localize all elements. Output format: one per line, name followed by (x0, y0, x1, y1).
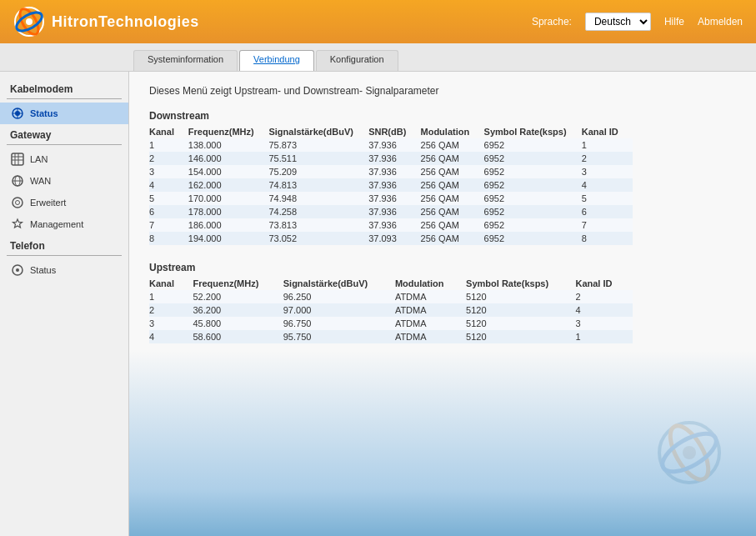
ds-col-kanal: Kanal (149, 125, 188, 138)
logo: HitronTechnologies (13, 6, 199, 38)
svg-point-16 (13, 198, 23, 208)
content-description: Dieses Menü zeigt Upstream- und Downstre… (149, 85, 736, 97)
table-row: 6178.00074.25837.936256 QAM69526 (149, 205, 633, 218)
table-row: 5170.00074.94837.936256 QAM69525 (149, 192, 633, 205)
table-row: 4162.00074.81337.936256 QAM69524 (149, 178, 633, 192)
table-row: 8194.00073.05237.093256 QAM69528 (149, 232, 633, 245)
sidebar-item-lan[interactable]: LAN (0, 148, 128, 170)
us-col-signalstaerke: Signalstärke(dBuV) (283, 277, 395, 290)
table-row: 345.80096.750ATDMA51203 (149, 317, 633, 330)
sidebar-item-status[interactable]: Status (0, 103, 128, 124)
watermark (656, 419, 723, 486)
svg-point-17 (16, 201, 20, 205)
us-col-modulation: Modulation (395, 277, 466, 290)
ds-col-snr: SNR(dB) (368, 125, 420, 138)
sidebar-label-status: Status (30, 108, 58, 118)
section-gateway: Gateway (0, 124, 128, 143)
table-row: 1138.00075.87337.936256 QAM69521 (149, 138, 633, 152)
logo-icon (13, 6, 45, 38)
header-controls: Sprache: Deutsch English Hilfe Abmelden (532, 13, 743, 31)
downstream-table: Kanal Frequenz(MHz) Signalstärke(dBuV) S… (149, 125, 633, 245)
us-col-symbolrate: Symbol Rate(ksps) (466, 277, 575, 290)
content-area: Dieses Menü zeigt Upstream- und Downstre… (129, 72, 756, 536)
divider-kabelmodem (7, 98, 122, 99)
sidebar-label-lan: LAN (30, 154, 48, 164)
svg-point-3 (26, 18, 33, 25)
management-icon (10, 217, 25, 232)
ds-col-signalstaerke: Signalstärke(dBuV) (268, 125, 368, 138)
nav-tabs: Systeminformation Verbindung Konfigurati… (0, 43, 756, 72)
sidebar-label-telefon-status: Status (30, 265, 56, 275)
sidebar-label-wan: WAN (30, 176, 51, 186)
logout-link[interactable]: Abmelden (698, 16, 743, 28)
svg-point-23 (683, 446, 696, 459)
table-row: 152.20096.250ATDMA51202 (149, 290, 633, 303)
tab-verbindung[interactable]: Verbindung (239, 50, 314, 71)
table-row: 2146.00075.51137.936256 QAM69522 (149, 152, 633, 165)
ds-col-modulation: Modulation (421, 125, 484, 138)
sidebar-item-erweitert[interactable]: Erweitert (0, 192, 128, 213)
lan-icon (10, 152, 25, 167)
sidebar-label-erweitert: Erweitert (30, 198, 66, 208)
main-layout: Kabelmodem Status Gateway (0, 72, 756, 536)
ds-col-frequenz: Frequenz(MHz) (188, 125, 269, 138)
language-label: Sprache: (532, 16, 572, 28)
sidebar-label-management: Management (30, 219, 83, 229)
language-select[interactable]: Deutsch English (585, 13, 651, 31)
wan-icon (10, 173, 25, 188)
downstream-title: Downstream (149, 110, 736, 122)
telefon-status-icon (10, 263, 25, 278)
status-icon (10, 106, 25, 121)
ds-col-symbolrate: Symbol Rate(ksps) (484, 125, 582, 138)
divider-gateway (7, 144, 122, 145)
sidebar-item-management[interactable]: Management (0, 213, 128, 235)
tab-konfiguration[interactable]: Konfiguration (316, 50, 398, 71)
us-col-kanalid: Kanal ID (575, 277, 633, 290)
divider-telefon (7, 255, 122, 256)
sidebar-item-wan[interactable]: WAN (0, 170, 128, 192)
svg-rect-8 (12, 153, 23, 165)
upstream-title: Upstream (149, 262, 736, 273)
upstream-table: Kanal Frequenz(MHz) Signalstärke(dBuV) M… (149, 277, 633, 343)
svg-point-19 (16, 268, 19, 272)
erweitert-icon (10, 195, 25, 210)
ds-col-kanalid: Kanal ID (582, 125, 633, 138)
table-row: 3154.00075.20937.936256 QAM69523 (149, 165, 633, 178)
section-kabelmodem: Kabelmodem (0, 78, 128, 97)
us-col-frequenz: Frequenz(MHz) (193, 277, 283, 290)
table-row: 236.20097.000ATDMA51204 (149, 303, 633, 317)
brand-name: HitronTechnologies (52, 13, 199, 31)
help-link[interactable]: Hilfe (664, 16, 684, 28)
sidebar-item-telefon-status[interactable]: Status (0, 259, 128, 281)
section-telefon: Telefon (0, 235, 128, 253)
sidebar: Kabelmodem Status Gateway (0, 72, 129, 536)
table-row: 7186.00073.81337.936256 QAM69527 (149, 218, 633, 232)
us-col-kanal: Kanal (149, 277, 193, 290)
header: HitronTechnologies Sprache: Deutsch Engl… (0, 0, 756, 43)
table-row: 458.60095.750ATDMA51201 (149, 330, 633, 343)
tab-systeminformation[interactable]: Systeminformation (133, 50, 238, 71)
